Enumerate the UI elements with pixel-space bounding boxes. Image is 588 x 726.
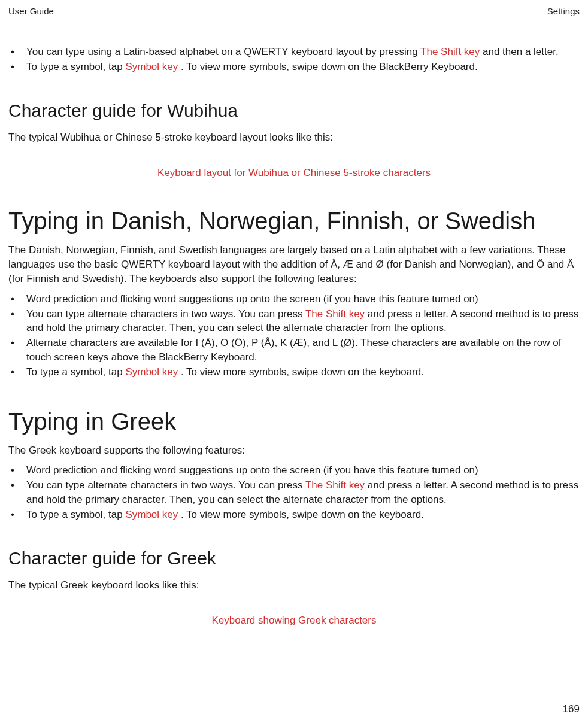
header-left: User Guide — [8, 6, 54, 16]
symbol-key-label: Symbol key — [125, 61, 181, 72]
wubihua-desc: The typical Wubihua or Chinese 5-stroke … — [8, 130, 580, 145]
top-bullet-list: You can type using a Latin-based alphabe… — [8, 45, 580, 74]
text-segment: You can type alternate characters in two… — [26, 479, 305, 491]
wubihua-figcaption: Keyboard layout for Wubihua or Chinese 5… — [8, 167, 580, 179]
page-header: User Guide Settings — [8, 6, 580, 16]
text-segment: To type a symbol, tap — [26, 61, 125, 72]
text-segment: You can type using a Latin-based alphabe… — [26, 46, 420, 57]
greek-guide-heading: Character guide for Greek — [8, 548, 580, 569]
nordic-bullet-list: Word prediction and flicking word sugges… — [8, 292, 580, 379]
text-segment: . To view more symbols, swipe down on th… — [181, 366, 424, 378]
list-item: You can type using a Latin-based alphabe… — [8, 45, 580, 59]
list-item: You can type alternate characters in two… — [8, 478, 580, 507]
list-item: To type a symbol, tap Symbol key . To vi… — [8, 365, 580, 379]
list-item: You can type alternate characters in two… — [8, 307, 580, 336]
list-item: To type a symbol, tap Symbol key . To vi… — [8, 60, 580, 74]
header-right: Settings — [547, 6, 580, 16]
greek-desc: The Greek keyboard supports the followin… — [8, 444, 580, 458]
greek-heading: Typing in Greek — [8, 408, 580, 435]
text-segment: You can type alternate characters in two… — [26, 308, 305, 320]
list-item: Alternate characters are available for I… — [8, 336, 580, 364]
list-item: To type a symbol, tap Symbol key . To vi… — [8, 508, 580, 522]
greek-bullet-list: Word prediction and flicking word sugges… — [8, 463, 580, 521]
shift-key-label: The Shift key — [305, 479, 368, 491]
greek-guide-desc: The typical Greek keyboard looks like th… — [8, 578, 580, 593]
nordic-heading: Typing in Danish, Norwegian, Finnish, or… — [8, 208, 580, 235]
list-item: Word prediction and flicking word sugges… — [8, 292, 580, 306]
shift-key-label: The Shift key — [420, 46, 483, 57]
symbol-key-label: Symbol key — [125, 366, 181, 378]
list-item: Word prediction and flicking word sugges… — [8, 463, 580, 478]
text-segment: . To view more symbols, swipe down on th… — [181, 509, 424, 520]
symbol-key-label: Symbol key — [125, 509, 181, 520]
page-number: 169 — [563, 703, 580, 715]
shift-key-label: The Shift key — [305, 308, 368, 320]
greek-figcaption: Keyboard showing Greek characters — [8, 615, 580, 627]
nordic-desc: The Danish, Norwegian, Finnish, and Swed… — [8, 243, 580, 285]
text-segment: and then a letter. — [483, 46, 559, 57]
text-segment: To type a symbol, tap — [26, 509, 125, 520]
wubihua-heading: Character guide for Wubihua — [8, 101, 580, 121]
text-segment: To type a symbol, tap — [26, 366, 125, 378]
text-segment: . To view more symbols, swipe down on th… — [181, 61, 478, 72]
